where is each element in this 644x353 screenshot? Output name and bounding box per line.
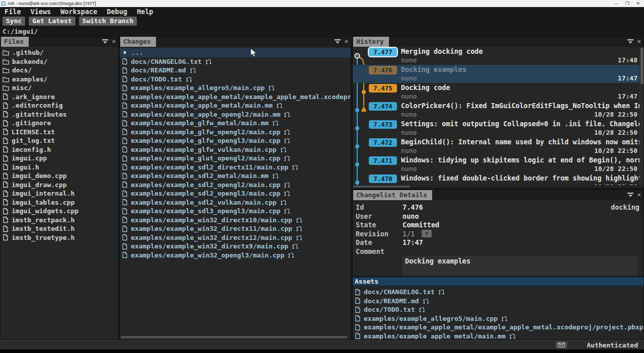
changed-file-row[interactable]: examples/example_glfw_vulkan/main.cpp xyxy=(120,145,351,154)
file-tree-item[interactable]: imstb_truetype.h xyxy=(1,233,118,242)
folder-icon xyxy=(3,76,9,82)
file-tree-item[interactable]: imgui.cpp xyxy=(1,154,118,163)
changed-file-row[interactable]: examples/example_sdl2_metal/main.mm xyxy=(120,171,351,181)
changed-file-row[interactable]: examples/example_glfw_metal/main.mm xyxy=(120,119,351,128)
file-tree-item[interactable]: .gitignore xyxy=(1,119,118,128)
file-tree-item[interactable]: .github/ xyxy=(1,48,118,57)
tab-changes[interactable]: Changes xyxy=(120,37,156,47)
changed-file-row[interactable]: examples/example_apple_metal/main.mm xyxy=(120,101,351,110)
file-tree-item[interactable]: imgui_demo.cpp xyxy=(1,171,118,181)
moved-icon xyxy=(284,208,290,214)
changes-group-row[interactable]: ▼ ... xyxy=(120,48,351,57)
changed-file-row[interactable]: examples/example_sdl2_vulkan/main.cpp xyxy=(120,198,351,207)
file-tree-item[interactable]: imconfig.h xyxy=(1,145,118,154)
changed-file-row[interactable]: examples/example_sdl3_opengl3/main.cpp xyxy=(120,207,351,216)
file-tree-item[interactable]: .ark_ignore xyxy=(1,93,118,102)
file-tree-item[interactable]: .editorconfig xyxy=(1,101,118,110)
scrollbar-thumb[interactable] xyxy=(353,186,410,188)
asset-row[interactable]: examples/example_allegro5/main.cpp xyxy=(353,314,643,323)
file-tree-item[interactable]: git_log.txt xyxy=(1,136,118,145)
file-tree-item[interactable]: .gitattributes xyxy=(1,110,118,119)
file-tree-item[interactable]: imstb_textedit.h xyxy=(1,224,118,233)
close-icon[interactable]: ✕ xyxy=(112,38,116,44)
filter-icon[interactable] xyxy=(335,39,341,44)
folder-icon xyxy=(3,67,9,73)
changed-file-row[interactable]: examples/example_win32_directx11/main.cp… xyxy=(120,224,351,233)
minimize-button[interactable]: ─ xyxy=(615,0,618,7)
changed-file-row[interactable]: examples/example_sdl2_opengl2/main.cpp xyxy=(120,181,351,190)
expander-icon[interactable]: ▼ xyxy=(123,50,126,55)
moved-icon xyxy=(296,234,302,241)
changed-file-row[interactable]: examples/example_sdl2_opengl3/main.cpp xyxy=(120,189,351,198)
scrollbar-thumb[interactable] xyxy=(121,336,347,338)
close-icon[interactable]: ✕ xyxy=(637,192,641,198)
changed-file-row[interactable]: examples/example_allegro5/main.cpp xyxy=(120,83,351,93)
asset-row[interactable]: docs/CHANGELOG.txt xyxy=(353,288,643,297)
changed-file-row[interactable]: docs/CHANGELOG.txt xyxy=(120,57,351,66)
asset-row[interactable]: examples/example_apple_metal/example_app… xyxy=(353,323,643,332)
changed-file-row[interactable]: examples/example_glut_opengl2/main.cpp xyxy=(120,154,351,163)
tab-history[interactable]: History xyxy=(353,37,389,47)
file-icon xyxy=(122,84,128,92)
changed-file-row[interactable]: examples/example_win32_directx12/main.cp… xyxy=(120,233,351,242)
changed-file-row[interactable]: examples/example_apple_opengl2/main.mm xyxy=(120,110,351,119)
mail-button[interactable] xyxy=(555,341,568,348)
changeset-row[interactable]: 7.472 BeginChild(): Internal name used b… xyxy=(353,137,643,155)
filter-icon[interactable] xyxy=(627,39,633,44)
menu-item[interactable]: Workspace xyxy=(60,8,97,16)
changed-file-row[interactable]: examples/example_sdl2_directx11/main.cpp xyxy=(120,163,351,172)
filter-icon[interactable] xyxy=(627,193,633,197)
file-tree-item[interactable]: examples/ xyxy=(1,75,118,84)
changeset-row[interactable]: 7.473 Settings: omit outputing Collapsed… xyxy=(353,119,643,137)
file-icon xyxy=(122,208,128,215)
file-tree-item[interactable]: LICENSE.txt xyxy=(1,128,118,137)
file-name: git_log.txt xyxy=(12,137,55,144)
file-tree-item[interactable]: backends/ xyxy=(1,57,118,66)
changed-file-row[interactable]: examples/example_glfw_opengl3/main.cpp xyxy=(120,136,351,145)
filter-icon[interactable] xyxy=(102,39,108,44)
menu-item[interactable]: Help xyxy=(137,8,153,16)
asset-row[interactable]: docs/README.md xyxy=(353,297,643,306)
scrollbar-thumb[interactable] xyxy=(640,48,643,84)
changeset-row[interactable]: 7.477 Merging docking code nuno 17:48 xyxy=(353,47,643,65)
menu-item[interactable]: Debug xyxy=(107,8,127,16)
changed-file-row[interactable]: examples/example_glfw_opengl2/main.cpp xyxy=(120,128,351,137)
file-tree-item[interactable]: imgui_widgets.cpp xyxy=(1,207,118,216)
asset-row[interactable]: examples/example_apple_metal/main.mm xyxy=(353,332,643,340)
history-hscrollbar xyxy=(353,185,639,188)
file-tree-item[interactable]: imgui_draw.cpp xyxy=(1,181,118,190)
changeset-row[interactable]: 7.474 ColorPicker4(): Fixed ImGuiColorEd… xyxy=(353,101,643,119)
changed-file-path: examples/example_allegro5/main.cpp xyxy=(131,84,265,92)
field-label-date: Date xyxy=(356,238,403,247)
changeset-row[interactable]: 7.471 Windows: tidying up skipitems logi… xyxy=(353,155,643,173)
close-icon[interactable]: ✕ xyxy=(345,38,348,44)
close-icon[interactable]: ✕ xyxy=(637,38,641,44)
tab-changelist-details[interactable]: Changelist Details xyxy=(353,190,432,200)
changeset-row[interactable]: 7.476 Docking examples nuno 17:47 xyxy=(353,65,643,83)
changed-file-row[interactable]: examples/example_win32_directx9/main.cpp xyxy=(120,242,351,251)
changed-file-row[interactable]: examples/example_win32_opengl3/main.cpp xyxy=(120,251,351,260)
changeset-row[interactable]: 7.475 Docking code nuno 17:47 xyxy=(353,83,643,101)
file-icon xyxy=(3,146,9,153)
changed-file-row[interactable]: docs/TODO.txt xyxy=(120,75,351,84)
close-window-button[interactable]: ✕ xyxy=(636,0,640,7)
changed-file-row[interactable]: examples/example_apple_metal/example_app… xyxy=(120,93,351,102)
menu-item[interactable]: Views xyxy=(31,8,51,16)
toolbar-button[interactable]: Switch Branch xyxy=(79,17,137,26)
file-tree-item[interactable]: docs/ xyxy=(1,66,118,75)
asset-row[interactable]: docs/TODO.txt xyxy=(353,305,643,314)
changed-file-row[interactable]: examples/example_win32_directx10/main.cp… xyxy=(120,216,351,225)
toolbar-button[interactable]: Sync xyxy=(3,17,25,26)
revision-dropdown-button[interactable]: ▼ xyxy=(422,230,432,237)
file-tree-item[interactable]: imstb_rectpack.h xyxy=(1,216,118,225)
comment-box[interactable]: Docking examples xyxy=(403,256,638,277)
changed-file-row[interactable]: docs/README.md xyxy=(120,66,351,75)
file-tree-item[interactable]: imgui.h xyxy=(1,163,118,172)
toolbar-button[interactable]: Get Latest xyxy=(29,17,75,26)
maximize-button[interactable]: ❐ xyxy=(625,0,629,7)
menu-item[interactable]: File xyxy=(5,8,21,16)
tab-files[interactable]: Files xyxy=(1,37,29,47)
file-tree-item[interactable]: misc/ xyxy=(1,83,118,93)
file-tree-item[interactable]: imgui_internal.h xyxy=(1,189,118,198)
file-tree-item[interactable]: imgui_tables.cpp xyxy=(1,198,118,207)
